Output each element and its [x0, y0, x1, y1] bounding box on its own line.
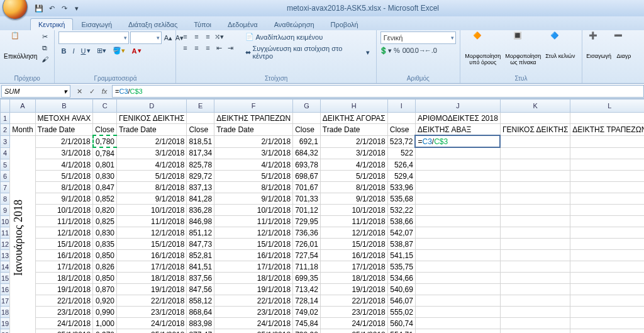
- cell[interactable]: 0,830: [93, 171, 117, 182]
- cell[interactable]: 726,01: [293, 239, 321, 250]
- row-header[interactable]: 13: [1, 250, 10, 261]
- cell[interactable]: 825,78: [187, 159, 214, 171]
- cell[interactable]: 1,000: [93, 318, 117, 329]
- tab-data[interactable]: Δεδομένα: [219, 18, 266, 30]
- cell[interactable]: ΑΡΙΘΜΟΔΕΙΚΤΕΣ 2018: [415, 113, 500, 124]
- cell[interactable]: 535,75: [387, 261, 415, 273]
- cell[interactable]: 0,847: [93, 182, 117, 193]
- cell[interactable]: 0,820: [93, 205, 117, 216]
- cell[interactable]: [187, 113, 214, 124]
- cell[interactable]: [415, 295, 500, 307]
- inc-decimal-icon[interactable]: .0→: [414, 45, 425, 55]
- insert-cells-icon[interactable]: ➕: [589, 31, 609, 52]
- cell[interactable]: 17/1/2018: [214, 261, 293, 273]
- cell[interactable]: 15/1/2018: [320, 239, 387, 250]
- row-header[interactable]: 18: [1, 307, 10, 318]
- cell[interactable]: [500, 239, 570, 250]
- copy-icon[interactable]: ⧉: [40, 43, 50, 53]
- cell[interactable]: ΓΕΝΙΚΟΣ ΔΕΙΚΤΗΣ: [116, 113, 186, 124]
- tab-review[interactable]: Αναθεώρηση: [266, 18, 323, 30]
- tab-formulas[interactable]: Τύποι: [186, 18, 219, 30]
- cell[interactable]: Close: [387, 124, 415, 136]
- name-box-dropdown-icon[interactable]: ▾: [64, 87, 67, 96]
- cell[interactable]: [570, 261, 644, 273]
- cell[interactable]: 24/1/2018: [35, 318, 93, 329]
- cell[interactable]: 877,47: [187, 329, 214, 334]
- cell[interactable]: [415, 227, 500, 239]
- cell[interactable]: [570, 329, 644, 334]
- cell[interactable]: 19/1/2018: [35, 284, 93, 295]
- row-header[interactable]: 15: [1, 273, 10, 284]
- italic-button[interactable]: I: [70, 46, 77, 56]
- number-format-select[interactable]: Γενική: [380, 31, 456, 44]
- cell[interactable]: 701,12: [293, 205, 321, 216]
- cell[interactable]: 732,90: [293, 329, 321, 334]
- col-header[interactable]: H: [320, 99, 387, 113]
- row-header[interactable]: 14: [1, 261, 10, 273]
- insert-cells-label[interactable]: Εισαγωγή: [586, 53, 611, 59]
- row-header[interactable]: 3: [1, 135, 10, 147]
- cell[interactable]: 11/1/2018: [35, 216, 93, 227]
- row-header[interactable]: 19: [1, 318, 10, 329]
- cancel-formula-icon[interactable]: ✕: [74, 87, 84, 96]
- comma-icon[interactable]: 000: [403, 45, 413, 55]
- cell[interactable]: [500, 182, 570, 193]
- cell[interactable]: 0,870: [93, 284, 117, 295]
- tab-view[interactable]: Προβολή: [323, 18, 367, 30]
- cell[interactable]: 18/1/2018: [35, 273, 93, 284]
- accept-formula-icon[interactable]: ✓: [87, 87, 97, 96]
- cell[interactable]: [570, 159, 644, 171]
- conditional-format-label[interactable]: Μορφοποίηση υπό όρους: [464, 53, 502, 65]
- cell[interactable]: [10, 113, 35, 124]
- cell[interactable]: [500, 113, 570, 124]
- col-header[interactable]: F: [214, 99, 293, 113]
- cell[interactable]: 2/1/2018: [320, 135, 387, 147]
- cell[interactable]: 9/1/2018: [35, 193, 93, 205]
- cell[interactable]: 5/1/2018: [214, 171, 293, 182]
- cell[interactable]: [570, 295, 644, 307]
- font-name-select[interactable]: [58, 31, 129, 44]
- cell[interactable]: 8/1/2018: [320, 182, 387, 193]
- cell[interactable]: [500, 261, 570, 273]
- cell[interactable]: 847,56: [187, 284, 214, 295]
- cell[interactable]: 851,12: [187, 227, 214, 239]
- cell[interactable]: 23/1/2018: [214, 307, 293, 318]
- cell[interactable]: 25/1/2018: [320, 329, 387, 334]
- formula-input[interactable]: =C3/C$3: [112, 85, 644, 98]
- cell[interactable]: 22/1/2018: [320, 295, 387, 307]
- cell[interactable]: 532,22: [387, 205, 415, 216]
- cell[interactable]: 0,826: [93, 261, 117, 273]
- cell[interactable]: 2/1/2018: [116, 135, 186, 147]
- conditional-format-icon[interactable]: 🔶: [473, 31, 493, 52]
- cell[interactable]: [415, 182, 500, 193]
- cell[interactable]: [500, 147, 570, 159]
- cell[interactable]: ΜΕΤΟΧΗ AVAX: [35, 113, 93, 124]
- cell[interactable]: 692,1: [293, 135, 321, 147]
- cell[interactable]: ΔΕΙΚΤΗΣ ΑΓΟΡΑΣ: [320, 113, 387, 124]
- bold-button[interactable]: B: [58, 46, 69, 56]
- cell[interactable]: [93, 113, 117, 124]
- cell[interactable]: 10/1/2018: [214, 205, 293, 216]
- col-header[interactable]: L: [570, 99, 644, 113]
- cell[interactable]: 15/1/2018: [35, 239, 93, 250]
- cell-styles-label[interactable]: Στυλ κελιών: [545, 53, 575, 59]
- cell[interactable]: [570, 193, 644, 205]
- format-painter-icon[interactable]: 🖌: [40, 54, 50, 64]
- cell[interactable]: [415, 147, 500, 159]
- format-table-label[interactable]: Μορφοποίηση ως πίνακα: [504, 53, 542, 65]
- cell[interactable]: 837,13: [187, 182, 214, 193]
- cell[interactable]: 8/1/2018: [214, 182, 293, 193]
- row-header[interactable]: 20: [1, 329, 10, 334]
- cell[interactable]: 0,784: [93, 147, 117, 159]
- cell[interactable]: [500, 307, 570, 318]
- cell[interactable]: 4/1/2018: [320, 159, 387, 171]
- cell[interactable]: 727,54: [293, 250, 321, 261]
- row-header[interactable]: 1: [1, 113, 10, 124]
- cell[interactable]: 523,72: [387, 135, 415, 147]
- cell[interactable]: [570, 135, 644, 147]
- paste-label[interactable]: Επικόλληση: [4, 53, 37, 60]
- cell[interactable]: Trade Date: [35, 124, 93, 136]
- cell[interactable]: 560,74: [387, 318, 415, 329]
- cell[interactable]: 535,68: [387, 193, 415, 205]
- col-header[interactable]: B: [35, 99, 93, 113]
